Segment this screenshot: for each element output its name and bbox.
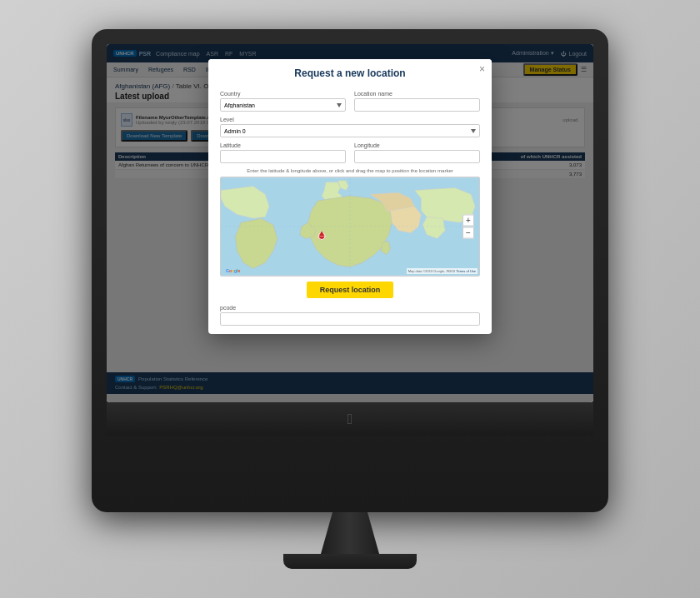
country-select[interactable]: Afghanistan: [220, 98, 346, 112]
pcode-group: pcode: [220, 305, 480, 326]
screen: UNHCR PSR Compliance map ASR RF MYSR Adm…: [107, 44, 593, 402]
monitor-chin: : [107, 402, 593, 436]
monitor: UNHCR PSR Compliance map ASR RF MYSR Adm…: [92, 29, 608, 512]
latitude-input[interactable]: [220, 150, 346, 163]
map-container[interactable]: + − Map data ©2019 Google, INEGI Terms o…: [220, 177, 480, 277]
google-logo: Google: [226, 266, 240, 274]
location-name-group: Location name: [354, 91, 480, 112]
pcode-label: pcode: [220, 305, 480, 311]
lat-lon-row: Latitude Longitude: [220, 142, 480, 163]
apple-logo: : [348, 411, 353, 428]
request-location-button[interactable]: Request location: [307, 282, 394, 298]
modal-body: Country Afghanistan Location name: [208, 84, 492, 334]
pcode-input[interactable]: [220, 312, 480, 326]
level-group: Level Admin 0: [220, 117, 480, 137]
level-select[interactable]: Admin 0: [220, 124, 480, 137]
location-name-label: Location name: [354, 91, 480, 97]
request-location-modal: × Request a new location Country Afghani…: [208, 59, 492, 334]
latitude-group: Latitude: [220, 142, 346, 163]
modal-title: Request a new location: [218, 67, 482, 79]
monitor-stand-neck: [321, 512, 379, 554]
map-hint: Enter the latitude & longitude above, or…: [220, 168, 480, 173]
map-zoom-controls: + −: [462, 215, 474, 239]
zoom-in-button[interactable]: +: [462, 215, 474, 227]
longitude-input[interactable]: [354, 150, 480, 163]
level-row: Level Admin 0: [220, 117, 480, 137]
country-label: Country: [220, 91, 346, 97]
level-label: Level: [220, 117, 480, 122]
longitude-group: Longitude: [354, 142, 480, 163]
country-location-row: Country Afghanistan Location name: [220, 91, 480, 112]
latitude-label: Latitude: [220, 142, 346, 148]
modal-header: × Request a new location: [208, 59, 492, 84]
longitude-label: Longitude: [354, 142, 480, 148]
location-name-input[interactable]: [354, 98, 480, 112]
zoom-out-button[interactable]: −: [462, 227, 474, 239]
modal-close-button[interactable]: ×: [479, 64, 485, 74]
terms-link[interactable]: Terms of Use: [456, 269, 476, 273]
monitor-stand-base: [283, 554, 417, 569]
map-data-text: Map data ©2019 Google, INEGI: [408, 269, 456, 273]
country-group: Country Afghanistan: [220, 91, 346, 112]
modal-overlay: × Request a new location Country Afghani…: [107, 44, 593, 402]
app: UNHCR PSR Compliance map ASR RF MYSR Adm…: [107, 44, 593, 402]
map-attribution: Map data ©2019 Google, INEGI Terms of Us…: [407, 268, 478, 274]
